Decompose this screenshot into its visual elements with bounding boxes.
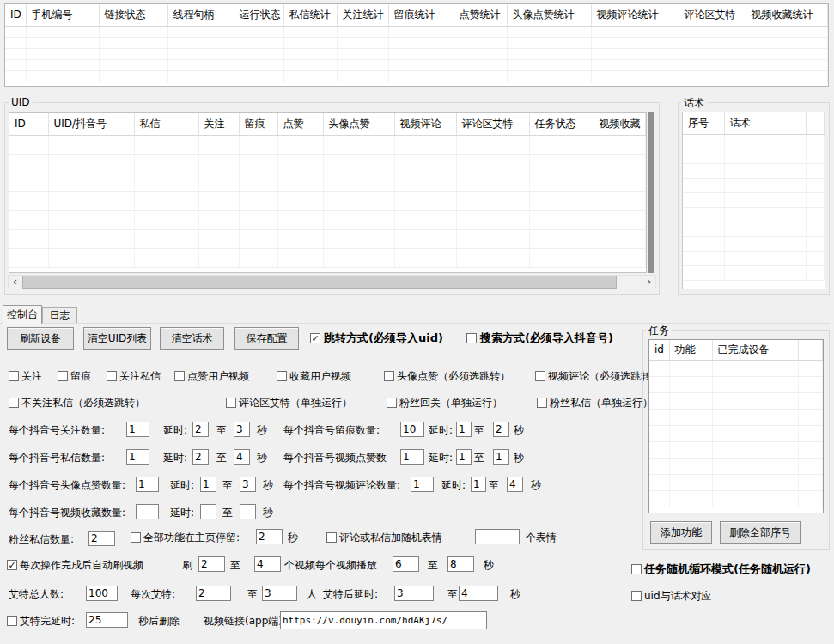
video-fav-count-input[interactable] bbox=[136, 504, 159, 519]
video-fav-delay-to-input[interactable] bbox=[240, 504, 256, 519]
tab-console[interactable]: 控制台 bbox=[3, 305, 42, 324]
uid-col-dm[interactable]: 私信 bbox=[134, 113, 198, 135]
device-col-avatar-like-stat[interactable]: 头像点赞统计 bbox=[507, 4, 591, 26]
video-like-count-input[interactable] bbox=[400, 449, 424, 465]
avatar-like-delay-to-input[interactable] bbox=[240, 477, 256, 492]
uid-hscroll-thumb[interactable] bbox=[22, 276, 617, 289]
swipe-from-input[interactable] bbox=[198, 556, 225, 572]
video-fav-delay-from-input[interactable] bbox=[200, 504, 216, 519]
uid-vscroll-thumb[interactable] bbox=[648, 112, 654, 273]
fav-user-video-label[interactable]: 收藏用户视频 bbox=[289, 370, 351, 382]
uid-horizontal-scrollbar[interactable]: ‹ › bbox=[8, 275, 656, 289]
scroll-right-icon[interactable]: › bbox=[642, 276, 655, 289]
follow-delay-to-input[interactable] bbox=[234, 422, 250, 437]
emoji-checkbox[interactable] bbox=[326, 532, 337, 543]
video-comment-count-input[interactable] bbox=[411, 477, 434, 492]
video-like-delay-from-input[interactable] bbox=[456, 449, 472, 465]
video-comment-delay-from-input[interactable] bbox=[471, 477, 486, 492]
add-function-button[interactable]: 添加功能 bbox=[650, 521, 712, 544]
jump-mode-checkbox[interactable]: ✓ bbox=[310, 333, 320, 343]
device-col-phone[interactable]: 手机编号 bbox=[26, 4, 99, 26]
uid-col-avatar-like[interactable]: 头像点赞 bbox=[323, 113, 394, 135]
uid-script-map-label[interactable]: uid与话术对应 bbox=[644, 590, 712, 602]
uid-col-id[interactable]: ID bbox=[9, 113, 48, 135]
avatar-like-label[interactable]: 头像点赞（必须选跳转） bbox=[397, 370, 510, 382]
device-col-follow-stat[interactable]: 关注统计 bbox=[337, 4, 388, 26]
task-col-id[interactable]: id bbox=[649, 340, 669, 360]
video-link-input[interactable] bbox=[280, 611, 487, 629]
stay-checkbox[interactable] bbox=[131, 532, 141, 543]
at-each-to-input[interactable] bbox=[262, 586, 297, 601]
at-delete-label[interactable]: 艾特完延时: bbox=[20, 615, 75, 627]
video-like-delay-to-input[interactable] bbox=[493, 449, 509, 465]
follow-count-input[interactable] bbox=[126, 422, 149, 437]
fan-dm-count-input[interactable] bbox=[88, 531, 115, 546]
fan-follow-back-checkbox[interactable] bbox=[387, 398, 397, 408]
device-col-video-fav-stat[interactable]: 视频收藏统计 bbox=[746, 4, 828, 26]
trace-delay-to-input[interactable] bbox=[493, 422, 509, 437]
random-loop-label[interactable]: 任务随机循环模式(任务随机运行) bbox=[644, 563, 811, 575]
video-comment-checkbox[interactable] bbox=[535, 371, 545, 381]
follow-dm-label[interactable]: 关注私信 bbox=[119, 370, 161, 382]
search-mode-label[interactable]: 搜索方式(必须导入抖音号) bbox=[480, 332, 613, 344]
dm-delay-from-input[interactable] bbox=[192, 449, 209, 465]
trace-label[interactable]: 留痕 bbox=[70, 370, 91, 382]
device-col-id[interactable]: ID bbox=[5, 4, 26, 26]
uid-col-comment-at[interactable]: 评论区艾特 bbox=[456, 113, 529, 135]
save-config-button[interactable]: 保存配置 bbox=[234, 327, 299, 350]
uid-col-follow[interactable]: 关注 bbox=[198, 113, 239, 135]
follow-delay-from-input[interactable] bbox=[192, 422, 209, 437]
follow-checkbox[interactable] bbox=[9, 371, 19, 381]
avatar-like-delay-from-input[interactable] bbox=[200, 477, 216, 492]
device-col-video-comment-stat[interactable]: 视频评论统计 bbox=[591, 4, 679, 26]
fav-user-video-checkbox[interactable] bbox=[277, 371, 287, 381]
device-col-dm-stat[interactable]: 私信统计 bbox=[283, 4, 337, 26]
no-follow-dm-checkbox[interactable] bbox=[9, 398, 19, 408]
video-comment-delay-to-input[interactable] bbox=[507, 477, 523, 492]
at-delete-checkbox[interactable] bbox=[7, 616, 17, 626]
fan-dm-run-label[interactable]: 粉丝私信（单独运行） bbox=[550, 397, 653, 409]
emoji-label[interactable]: 评论或私信加随机表情 bbox=[339, 532, 442, 544]
uid-col-task-status[interactable]: 任务状态 bbox=[529, 113, 594, 135]
trace-count-input[interactable] bbox=[400, 422, 424, 437]
at-delay-to-input[interactable] bbox=[459, 586, 498, 601]
no-follow-dm-label[interactable]: 不关注私信（必须选跳转） bbox=[21, 397, 145, 409]
like-user-video-checkbox[interactable] bbox=[174, 371, 185, 381]
device-col-trace-stat[interactable]: 留痕统计 bbox=[388, 4, 454, 26]
follow-label[interactable]: 关注 bbox=[21, 370, 42, 382]
search-mode-checkbox[interactable] bbox=[466, 333, 477, 343]
stay-label[interactable]: 全部功能在主页停留: bbox=[143, 532, 240, 544]
like-user-video-label[interactable]: 点赞用户视频 bbox=[187, 370, 249, 382]
uid-script-map-checkbox[interactable] bbox=[631, 591, 642, 601]
clear-uid-button[interactable]: 清空UID列表 bbox=[83, 327, 151, 350]
comment-at-checkbox[interactable] bbox=[226, 398, 236, 408]
device-col-thread[interactable]: 线程句柄 bbox=[167, 4, 234, 26]
at-total-input[interactable] bbox=[86, 586, 118, 601]
tab-log[interactable]: 日志 bbox=[42, 307, 77, 323]
delete-all-buttons[interactable]: 删除全部序号 bbox=[720, 521, 801, 544]
uid-col-uid[interactable]: UID/抖音号 bbox=[48, 113, 134, 135]
device-col-like-stat[interactable]: 点赞统计 bbox=[454, 4, 507, 26]
at-delay-from-input[interactable] bbox=[394, 586, 434, 601]
auto-swipe-checkbox[interactable]: ✓ bbox=[7, 560, 17, 570]
uid-col-trace[interactable]: 留痕 bbox=[239, 113, 277, 135]
clear-script-button[interactable]: 清空话术 bbox=[160, 327, 224, 350]
trace-delay-from-input[interactable] bbox=[456, 422, 472, 437]
avatar-like-count-input[interactable] bbox=[136, 477, 159, 492]
comment-at-label[interactable]: 评论区艾特（单独运行） bbox=[239, 397, 352, 409]
task-col-done-devices[interactable]: 已完成设备 bbox=[712, 340, 798, 360]
uid-col-like[interactable]: 点赞 bbox=[277, 113, 323, 135]
script-col-index[interactable]: 序号 bbox=[683, 112, 724, 134]
trace-checkbox[interactable] bbox=[58, 371, 68, 381]
swipe-to-input[interactable] bbox=[254, 556, 281, 572]
task-col-function[interactable]: 功能 bbox=[669, 340, 712, 360]
script-col-text[interactable]: 话术 bbox=[724, 112, 806, 134]
scroll-left-icon[interactable]: ‹ bbox=[9, 276, 21, 289]
at-delete-seconds-input[interactable] bbox=[86, 612, 128, 628]
avatar-like-checkbox[interactable] bbox=[384, 371, 394, 381]
stay-seconds-input[interactable] bbox=[256, 529, 283, 544]
auto-swipe-label[interactable]: 每次操作完成后自动刷视频 bbox=[20, 559, 143, 571]
jump-mode-label[interactable]: 跳转方式(必须导入uid) bbox=[324, 332, 443, 344]
device-col-run-status[interactable]: 运行状态 bbox=[234, 4, 283, 26]
uid-col-video-comment[interactable]: 视频评论 bbox=[394, 113, 456, 135]
